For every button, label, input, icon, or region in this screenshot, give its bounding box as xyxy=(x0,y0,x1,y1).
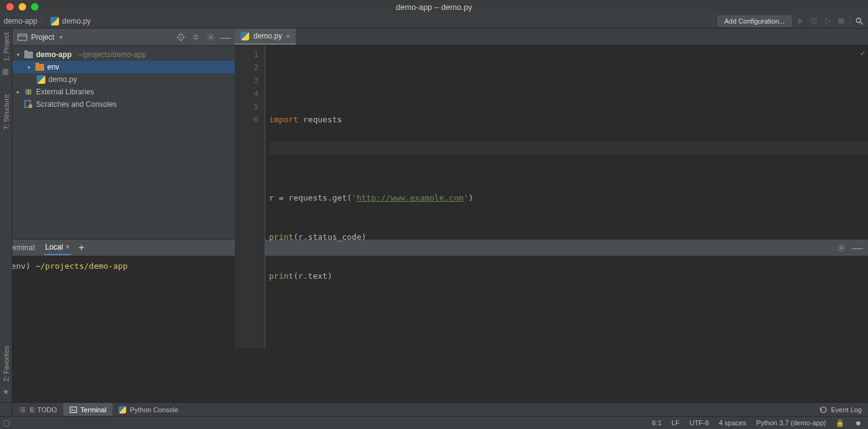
tree-item-env[interactable]: ▸ env xyxy=(12,61,235,73)
breadcrumb-separator: 〉 xyxy=(40,16,47,26)
add-configuration-button[interactable]: Add Configuration... xyxy=(718,16,792,27)
left-rail-bottom: 2: Favorites ★ xyxy=(0,239,12,402)
terminal-tab-local[interactable]: Local× xyxy=(44,240,71,255)
folder-icon xyxy=(35,62,45,72)
code-editor[interactable]: 123456 import requests r = requests.get(… xyxy=(235,45,868,348)
todo-tab[interactable]: 6: TODO xyxy=(12,403,63,416)
project-view-dropdown-icon[interactable]: ▾ xyxy=(58,34,64,40)
stop-icon[interactable] xyxy=(836,16,846,26)
project-panel: Project ▾ — ▾ demo-app ~/projects/demo-a… xyxy=(12,29,235,239)
tree-item-label: External Libraries xyxy=(36,88,94,96)
project-rail-icon: ▦ xyxy=(2,67,11,76)
python-interpreter[interactable]: Python 3.7 (demo-app) xyxy=(756,419,826,427)
favorites-star-icon: ★ xyxy=(2,387,9,396)
svg-rect-9 xyxy=(30,89,32,95)
status-bar: ▢ 6:1 LF UTF-8 4 spaces Python 3.7 (demo… xyxy=(0,416,868,429)
expand-arrow-icon[interactable]: ▸ xyxy=(15,89,21,95)
file-encoding[interactable]: UTF-8 xyxy=(690,419,709,427)
library-icon xyxy=(24,87,34,97)
expand-all-icon[interactable] xyxy=(191,33,200,42)
window-titlebar: demo-app – demo.py xyxy=(0,0,868,14)
locate-icon[interactable] xyxy=(176,33,185,42)
editor-area: demo.py × 123456 import requests r = req… xyxy=(235,29,868,239)
svg-point-2 xyxy=(856,18,861,22)
svg-rect-7 xyxy=(25,89,27,95)
line-separator[interactable]: LF xyxy=(672,419,680,427)
tree-item-demo-py[interactable]: demo.py xyxy=(12,73,235,86)
scratches-icon xyxy=(24,99,34,109)
inspection-ok-icon[interactable]: ✓ xyxy=(861,48,866,58)
hide-terminal-icon[interactable]: — xyxy=(853,243,862,252)
new-terminal-tab-button[interactable]: + xyxy=(78,242,84,253)
run-with-coverage-icon[interactable] xyxy=(823,16,833,26)
line-gutter: 123456 xyxy=(235,45,265,348)
tree-item-external-libraries[interactable]: ▸ External Libraries xyxy=(12,86,235,98)
close-tab-icon[interactable]: × xyxy=(286,32,291,41)
project-tree[interactable]: ▾ demo-app ~/projects/demo-app ▸ env dem… xyxy=(12,46,235,239)
terminal-settings-gear-icon[interactable] xyxy=(837,243,846,252)
project-panel-title[interactable]: Project xyxy=(31,33,54,42)
tree-item-label: env xyxy=(47,63,59,71)
python-console-tab[interactable]: Python Console xyxy=(112,403,185,416)
project-tool-button[interactable]: 1: Project xyxy=(2,32,10,61)
breadcrumb-file[interactable]: demo.py xyxy=(62,17,91,25)
tree-item-label: demo.py xyxy=(48,75,77,84)
left-tool-rail: 1: Project ▦ 7: Structure xyxy=(0,29,12,239)
editor-tab-bar: demo.py × xyxy=(235,29,868,45)
indent-settings[interactable]: 4 spaces xyxy=(719,419,746,427)
hide-panel-icon[interactable]: — xyxy=(221,33,230,42)
python-file-icon xyxy=(50,16,60,26)
lock-icon[interactable]: 🔒 xyxy=(836,419,844,427)
navigation-bar: demo-app 〉 demo.py Add Configuration... xyxy=(0,14,868,29)
breadcrumb-project[interactable]: demo-app xyxy=(4,17,37,25)
settings-gear-icon[interactable] xyxy=(206,33,215,42)
tree-item-scratches[interactable]: Scratches and Consoles xyxy=(12,98,235,111)
window-title: demo-app – demo.py xyxy=(0,2,868,12)
svg-point-12 xyxy=(840,246,843,249)
python-file-icon xyxy=(36,75,46,84)
svg-rect-1 xyxy=(839,18,844,24)
tree-root-name: demo-app xyxy=(36,50,71,59)
svg-point-6 xyxy=(209,35,212,38)
caret-position[interactable]: 6:1 xyxy=(652,419,662,427)
expand-arrow-icon[interactable]: ▾ xyxy=(15,52,21,58)
bottom-tool-bar: 6: TODO Terminal Python Console Event Lo… xyxy=(0,402,868,416)
debug-icon[interactable] xyxy=(809,16,819,26)
python-file-icon xyxy=(240,31,250,41)
breadcrumb[interactable]: demo-app 〉 demo.py xyxy=(4,16,91,26)
expand-arrow-icon[interactable]: ▸ xyxy=(26,64,32,70)
tree-project-root[interactable]: ▾ demo-app ~/projects/demo-app xyxy=(12,48,235,61)
svg-rect-3 xyxy=(18,34,27,40)
svg-point-0 xyxy=(812,19,816,23)
svg-point-11 xyxy=(29,104,32,108)
editor-tab-label: demo.py xyxy=(254,32,282,40)
svg-rect-8 xyxy=(27,89,29,95)
svg-point-5 xyxy=(180,36,182,38)
structure-tool-button[interactable]: 7: Structure xyxy=(2,94,10,130)
project-view-icon xyxy=(17,32,27,42)
folder-icon xyxy=(24,50,34,60)
inspector-icon[interactable]: ☻ xyxy=(854,419,862,427)
code-content[interactable]: import requests r = requests.get('http:/… xyxy=(265,45,868,348)
tree-item-label: Scratches and Consoles xyxy=(36,100,117,109)
search-icon[interactable] xyxy=(854,16,864,26)
event-log-button[interactable]: Event Log xyxy=(820,406,868,413)
tool-windows-toggle-icon[interactable]: ▢ xyxy=(0,417,12,429)
close-terminal-tab-icon[interactable]: × xyxy=(65,243,70,251)
editor-tab-demo-py[interactable]: demo.py × xyxy=(235,29,296,45)
run-icon[interactable] xyxy=(795,16,805,26)
tree-root-path: ~/projects/demo-app xyxy=(78,50,146,59)
terminal-tab[interactable]: Terminal xyxy=(63,403,113,416)
favorites-tool-button[interactable]: 2: Favorites xyxy=(2,346,10,381)
